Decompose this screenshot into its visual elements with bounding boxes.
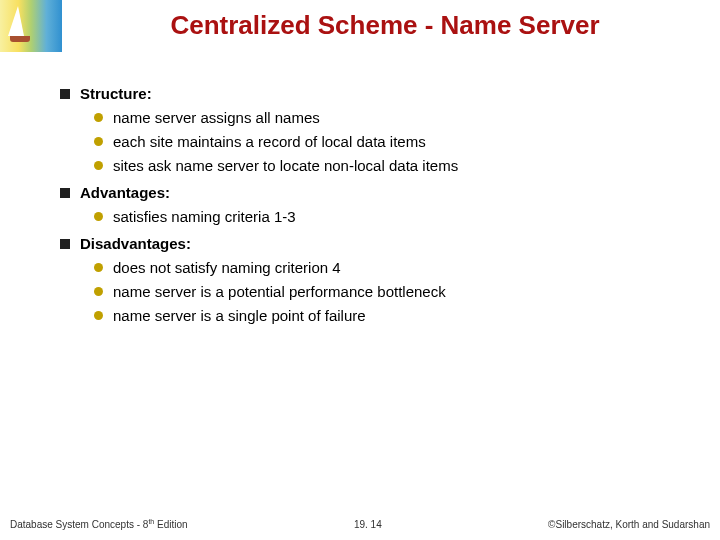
circle-bullet-icon bbox=[94, 311, 103, 320]
level1-label: Advantages: bbox=[80, 184, 170, 201]
logo-image bbox=[0, 0, 62, 52]
circle-bullet-icon bbox=[94, 137, 103, 146]
square-bullet-icon bbox=[60, 239, 70, 249]
level1-item: Structure: bbox=[60, 85, 680, 102]
slide: Centralized Scheme - Name Server Structu… bbox=[0, 0, 720, 540]
level1-item: Disadvantages: bbox=[60, 235, 680, 252]
level1-label: Disadvantages: bbox=[80, 235, 191, 252]
level2-label: satisfies naming criteria 1-3 bbox=[113, 208, 296, 225]
slide-body: Structure:name server assigns all namese… bbox=[60, 75, 680, 331]
level2-label: each site maintains a record of local da… bbox=[113, 133, 426, 150]
footer-right: ©Silberschatz, Korth and Sudarshan bbox=[548, 519, 710, 530]
level2-label: sites ask name server to locate non-loca… bbox=[113, 157, 458, 174]
level1-label: Structure: bbox=[80, 85, 152, 102]
footer-center: 19. 14 bbox=[188, 519, 548, 530]
level2-label: name server is a single point of failure bbox=[113, 307, 366, 324]
circle-bullet-icon bbox=[94, 287, 103, 296]
level2-label: name server is a potential performance b… bbox=[113, 283, 446, 300]
level2-item: satisfies naming criteria 1-3 bbox=[94, 208, 680, 225]
level2-item: name server is a potential performance b… bbox=[94, 283, 680, 300]
circle-bullet-icon bbox=[94, 113, 103, 122]
level2-item: name server assigns all names bbox=[94, 109, 680, 126]
level2-item: sites ask name server to locate non-loca… bbox=[94, 157, 680, 174]
footer-left-prefix: Database System Concepts - 8 bbox=[10, 519, 148, 530]
level1-item: Advantages: bbox=[60, 184, 680, 201]
square-bullet-icon bbox=[60, 89, 70, 99]
slide-title: Centralized Scheme - Name Server bbox=[70, 10, 700, 41]
footer: Database System Concepts - 8th Edition 1… bbox=[10, 518, 710, 530]
level2-item: each site maintains a record of local da… bbox=[94, 133, 680, 150]
level2-item: name server is a single point of failure bbox=[94, 307, 680, 324]
level2-item: does not satisfy naming criterion 4 bbox=[94, 259, 680, 276]
circle-bullet-icon bbox=[94, 212, 103, 221]
footer-left: Database System Concepts - 8th Edition bbox=[10, 518, 188, 530]
level2-label: does not satisfy naming criterion 4 bbox=[113, 259, 341, 276]
level2-label: name server assigns all names bbox=[113, 109, 320, 126]
footer-left-suffix: Edition bbox=[154, 519, 187, 530]
square-bullet-icon bbox=[60, 188, 70, 198]
circle-bullet-icon bbox=[94, 263, 103, 272]
circle-bullet-icon bbox=[94, 161, 103, 170]
